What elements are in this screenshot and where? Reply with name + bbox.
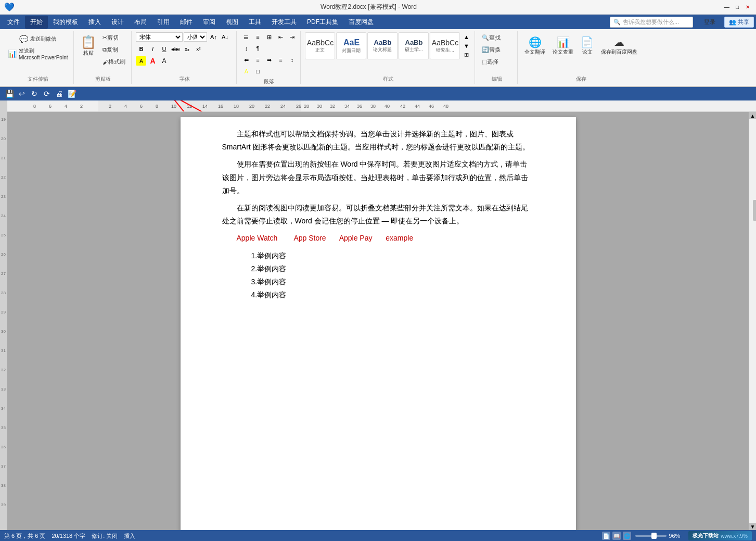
select-button[interactable]: ⬚ 选择 — [479, 56, 503, 67]
scroll-thumb[interactable] — [753, 200, 757, 221]
superscript-button[interactable]: x² — [193, 44, 203, 54]
menu-view[interactable]: 视图 — [221, 16, 244, 29]
copy-button[interactable]: ⧉ 复制 — [100, 44, 128, 55]
list-item-1: 1.举例内容 — [251, 249, 534, 262]
align-left-button[interactable]: ⬅ — [241, 55, 251, 65]
border-button[interactable]: □ — [252, 67, 263, 76]
underline-button[interactable]: U — [159, 44, 169, 54]
style-thesis-title[interactable]: AaBb 论文标题 — [367, 32, 398, 59]
redo-button[interactable]: ↻ — [29, 89, 40, 99]
multilevel-button[interactable]: ⊞ — [264, 32, 274, 42]
send-wechat-button[interactable]: 💬 发送到微信 — [17, 32, 59, 46]
numbering-button[interactable]: ≡ — [252, 32, 263, 42]
style-graduate[interactable]: AaBbCc 研究生... — [430, 32, 460, 59]
save-to-baidu-button[interactable]: ☁ 保存到百度网盘 — [598, 32, 640, 59]
style-normal[interactable]: AaBbCc 正文 — [305, 32, 335, 59]
clipboard-label: 剪贴板 — [78, 74, 128, 83]
format-painter-button[interactable]: 🖌 格式刷 — [100, 56, 128, 67]
menu-tools[interactable]: 工具 — [244, 16, 266, 29]
window-controls[interactable]: — □ ✕ — [723, 3, 752, 11]
undo-button[interactable]: ↩ — [17, 89, 27, 99]
style-cover-date[interactable]: AaE 封面日期 — [336, 32, 366, 59]
send-ppt-button[interactable]: 📊 发送到Microsoft PowerPoint — [5, 47, 70, 60]
menu-pdf-tools[interactable]: PDF工具集 — [302, 16, 343, 29]
menu-baidu-disk[interactable]: 百度网盘 — [343, 16, 379, 29]
search-placeholder: 告诉我您想要做什么... — [623, 18, 679, 26]
thesis-check-button[interactable]: 📊 论文查重 — [550, 32, 576, 59]
menu-layout[interactable]: 布局 — [129, 16, 152, 29]
decrease-font-button[interactable]: A↓ — [220, 32, 230, 42]
full-translate-button[interactable]: 🌐 全文翻译 — [522, 32, 548, 59]
line-spacing-button[interactable]: ↕ — [287, 55, 297, 65]
paste-button[interactable]: 📋 粘贴 — [78, 32, 99, 59]
font-color-button[interactable]: A — [147, 56, 158, 66]
replace-button[interactable]: 🔄 替换 — [479, 44, 503, 55]
ribbon-search[interactable]: 🔍 告诉我您想要做什么... — [610, 17, 693, 28]
svg-text:22: 22 — [265, 104, 270, 109]
apple-pay-text: Apple Pay — [339, 234, 373, 242]
vertical-scrollbar[interactable]: ▲ ▼ — [749, 112, 756, 530]
login-button[interactable]: 登录 — [699, 17, 720, 28]
bullets-button[interactable]: ☰ — [241, 32, 251, 42]
thesis-button[interactable]: 📄 论文 — [578, 32, 596, 59]
style-masters[interactable]: AaBb 硕士学... — [399, 32, 429, 59]
menu-home[interactable]: 开始 — [25, 16, 48, 29]
title-bar: 💙 Word教程2.docx [兼容模式] - Word — □ ✕ — [0, 0, 756, 15]
menu-mailings[interactable]: 邮件 — [175, 16, 198, 29]
strikethrough-button[interactable]: abc — [170, 44, 181, 54]
align-right-button[interactable]: ➡ — [264, 55, 274, 65]
menu-references[interactable]: 引用 — [152, 16, 175, 29]
show-marks-button[interactable]: ¶ — [252, 44, 263, 53]
scissors-icon: ✂ — [102, 34, 107, 41]
page-info: 第 6 页，共 6 页 — [4, 532, 45, 540]
menu-file[interactable]: 文件 — [2, 16, 25, 29]
menu-insert[interactable]: 插入 — [83, 16, 106, 29]
document-area[interactable]: 主题和样式也可以帮助文档保持协调。当您单击设计并选择新的主题时，图片、图表或 S… — [7, 112, 749, 530]
shading-button[interactable]: A — [241, 67, 251, 76]
zoom-slider[interactable] — [635, 535, 667, 537]
menu-developer[interactable]: 开发工具 — [266, 16, 302, 29]
print-layout-button[interactable]: 📄 — [602, 532, 610, 540]
align-center-button[interactable]: ≡ — [252, 55, 263, 65]
font-name-select[interactable]: 宋体 — [136, 32, 183, 42]
style-scroll-down[interactable]: ▼ — [461, 41, 471, 50]
justify-button[interactable]: ≡ — [275, 55, 286, 65]
minimize-button[interactable]: — — [723, 3, 731, 11]
highlight-button[interactable]: A — [136, 56, 146, 66]
svg-text:30: 30 — [317, 104, 322, 109]
svg-text:2: 2 — [80, 104, 83, 109]
style-expand[interactable]: ⊞ — [461, 51, 471, 59]
replace-icon: 🔄 — [482, 46, 489, 53]
close-button[interactable]: ✕ — [744, 3, 752, 11]
repeat-button[interactable]: ⟳ — [42, 89, 52, 99]
menu-review[interactable]: 审阅 — [198, 16, 221, 29]
sort-button[interactable]: ↕ — [241, 44, 251, 53]
find-button[interactable]: 🔍 查找 — [479, 32, 503, 43]
text-effect-button[interactable]: A — [159, 56, 169, 66]
increase-font-button[interactable]: A↑ — [208, 32, 219, 42]
increase-indent-button[interactable]: ⇥ — [287, 32, 297, 42]
italic-button[interactable]: I — [147, 44, 158, 54]
title-text: Word教程2.docx [兼容模式] - Word — [15, 3, 723, 11]
cut-button[interactable]: ✂ 剪切 — [100, 32, 128, 43]
style-scroll-up[interactable]: ▲ — [461, 32, 471, 41]
new-button[interactable]: 📝 — [67, 89, 77, 99]
save-button[interactable]: 💾 — [4, 89, 15, 99]
read-mode-button[interactable]: 📖 — [612, 532, 621, 540]
svg-text:38: 38 — [370, 104, 376, 109]
share-button[interactable]: 👥 共享 — [724, 17, 754, 28]
ribbon-group-styles: AaBbCc 正文 AaE 封面日期 AaBb 论文标题 AaBb 硕士学...… — [302, 31, 475, 84]
decrease-indent-button[interactable]: ⇤ — [275, 32, 286, 42]
restore-button[interactable]: □ — [733, 3, 741, 11]
web-layout-button[interactable]: 🌐 — [623, 532, 631, 540]
svg-text:34: 34 — [344, 104, 350, 109]
menu-design[interactable]: 设计 — [106, 16, 129, 29]
scroll-down-button[interactable]: ▼ — [749, 523, 757, 530]
bold-button[interactable]: B — [136, 44, 146, 54]
zoom-thumb[interactable] — [651, 533, 657, 539]
scroll-up-button[interactable]: ▲ — [749, 112, 757, 119]
menu-template[interactable]: 我的模板 — [48, 16, 83, 29]
font-size-select[interactable]: 小四 — [184, 32, 207, 42]
subscript-button[interactable]: x₂ — [182, 44, 192, 54]
print-preview-button[interactable]: 🖨 — [54, 89, 65, 99]
